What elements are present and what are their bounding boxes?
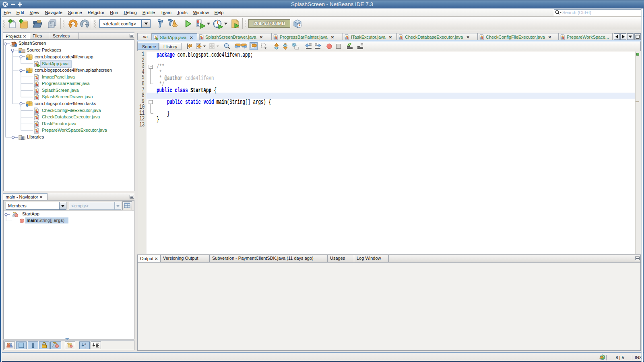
svg-text:3: 3 (198, 23, 199, 26)
svg-text:a: a (85, 343, 86, 345)
svg-text:z: z (85, 346, 86, 349)
